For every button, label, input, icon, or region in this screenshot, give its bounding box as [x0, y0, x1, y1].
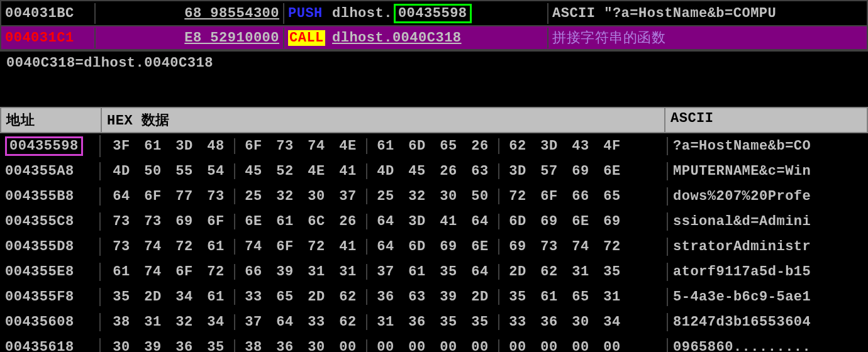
comment-cell: 拼接字符串的函数 [548, 26, 867, 50]
hex-byte: 3D [533, 138, 565, 154]
hex-byte: 2D [502, 264, 533, 280]
hex-byte: 37 [370, 264, 401, 280]
hex-row[interactable]: 004355A84D50555445524E414D4526633D57696E… [0, 158, 868, 184]
hex-byte: 72 [502, 189, 533, 204]
hex-row[interactable]: 0043561830393635383630000000000000000000… [0, 334, 868, 352]
hex-byte: 69 [533, 214, 565, 229]
hex-byte: 31 [137, 314, 169, 330]
hex-byte: 72 [301, 239, 332, 255]
disassembly-pane[interactable]: 004031BC 68 98554300 PUSH dlhost.0043559… [0, 0, 868, 50]
address-cell: 004031BC [1, 3, 96, 24]
hex-row[interactable]: 004355B8646F77732532303725323050726F6665… [0, 184, 868, 209]
hex-byte: 33 [301, 314, 332, 330]
hex-byte: 48 [200, 138, 231, 154]
hex-byte: 6D [401, 138, 433, 154]
hex-byte: 55 [169, 163, 200, 179]
hex-byte: 41 [433, 214, 464, 229]
hex-byte: 6D [502, 214, 533, 229]
hex-row[interactable]: 0043560838313234376433623136353533363034… [0, 309, 868, 334]
hex-byte: 34 [169, 289, 200, 305]
hex-byte: 35 [106, 289, 137, 305]
info-text: 0040C318=dlhost.0040C318 [6, 55, 213, 71]
hex-byte: 39 [137, 339, 169, 353]
hex-header-hex[interactable]: HEX 数据 [102, 108, 665, 132]
hex-byte: 74 [301, 138, 332, 154]
hex-byte: 4F [596, 138, 628, 154]
hex-byte: 37 [332, 189, 364, 204]
hex-byte: 4D [106, 163, 137, 179]
hex-byte: 73 [137, 214, 169, 229]
hex-byte: 52 [269, 163, 301, 179]
info-pane[interactable]: 0040C318=dlhost.0040C318 [0, 50, 868, 107]
hex-byte: 69 [169, 214, 200, 229]
disasm-row[interactable]: 004031C1 E8 52910000 CALL dlhost.0040C31… [0, 25, 868, 50]
hex-byte: 61 [106, 264, 137, 280]
hex-byte: 61 [200, 239, 231, 255]
hex-byte: 36 [533, 314, 565, 330]
hex-addr-cell: 004355E8 [0, 263, 101, 281]
hex-byte: 00 [533, 339, 565, 353]
hex-byte: 69 [433, 239, 464, 255]
bytes-cell: 68 98554300 [96, 3, 284, 24]
operand: dlhost.00435598 [332, 6, 472, 21]
hex-row[interactable]: 004355E861746F7266393131376135642D623135… [0, 259, 868, 284]
hex-byte: 62 [332, 314, 364, 330]
hex-byte: 25 [370, 189, 401, 204]
hex-byte: 30 [106, 339, 137, 353]
hex-byte: 6F [238, 138, 269, 154]
hex-row[interactable]: 004355983F613D486F73744E616D6526623D434F… [0, 133, 868, 158]
operand: dlhost.0040C318 [332, 30, 462, 46]
hex-bytes-cell: 38313234376433623136353533363034 [101, 313, 667, 331]
hex-byte: 39 [269, 264, 301, 280]
hex-byte: 3D [169, 138, 200, 154]
hex-row[interactable]: 004355F8352D346133652D623663392D35616531… [0, 284, 868, 309]
hex-byte: 65 [269, 289, 301, 305]
hex-byte: 54 [200, 163, 231, 179]
hex-addr-cell: 004355B8 [0, 187, 101, 206]
hex-ascii-cell: dows%207%20Profe [667, 187, 868, 206]
hex-byte: 74 [137, 264, 169, 280]
hex-bytes-cell: 3F613D486F73744E616D6526623D434F [101, 137, 667, 155]
hex-byte: 65 [565, 289, 596, 305]
hex-byte: 65 [433, 138, 464, 154]
bytes-cell: E8 52910000 [96, 28, 284, 48]
hex-byte: 31 [596, 289, 628, 305]
hex-byte: 73 [106, 214, 137, 229]
hex-byte: 72 [200, 264, 231, 280]
hex-byte: 00 [565, 339, 596, 353]
hex-addr-cell: 00435608 [0, 313, 101, 331]
hex-byte: 36 [269, 339, 301, 353]
hex-bytes-cell: 352D346133652D623663392D35616531 [101, 288, 667, 306]
hex-byte: 36 [370, 289, 401, 305]
instruction-cell: CALL dlhost.0040C318 [284, 28, 548, 48]
hex-ascii-cell: 81247d3b16553604 [667, 313, 868, 331]
hex-row[interactable]: 004355C87373696F6E616C26643D41646D696E69… [0, 209, 868, 234]
hex-byte: 50 [137, 163, 169, 179]
hex-byte: 00 [332, 339, 364, 353]
hex-ascii-cell: MPUTERNAME&c=Win [667, 162, 868, 180]
hex-byte: 2D [464, 289, 496, 305]
hex-byte: 50 [464, 189, 496, 204]
hex-dump-pane[interactable]: 004355983F613D486F73744E616D6526623D434F… [0, 133, 868, 352]
hex-header-ascii[interactable]: ASCII [665, 108, 867, 132]
hex-byte: 61 [401, 264, 433, 280]
hex-bytes-cell: 4D50555445524E414D4526633D57696E [101, 162, 667, 180]
mnemonic-push: PUSH [288, 6, 332, 21]
disasm-row[interactable]: 004031BC 68 98554300 PUSH dlhost.0043559… [0, 0, 868, 25]
hex-byte: 37 [238, 314, 269, 330]
hex-ascii-cell: stratorAdministr [667, 238, 868, 256]
hex-byte: 65 [596, 189, 628, 204]
hex-byte: 62 [332, 289, 364, 305]
hex-byte: 6E [464, 239, 496, 255]
hex-row[interactable]: 004355D873747261746F7241646D696E69737472… [0, 234, 868, 259]
hex-byte: 00 [464, 339, 496, 353]
hex-byte: 69 [502, 239, 533, 255]
hex-byte: 35 [200, 339, 231, 353]
hex-byte: 39 [433, 289, 464, 305]
hex-byte: 00 [433, 339, 464, 353]
hex-byte: 35 [433, 314, 464, 330]
hex-byte: 6C [301, 214, 332, 229]
hex-header-addr[interactable]: 地址 [1, 108, 102, 132]
hex-byte: 00 [401, 339, 433, 353]
hex-byte: 6F [269, 239, 301, 255]
